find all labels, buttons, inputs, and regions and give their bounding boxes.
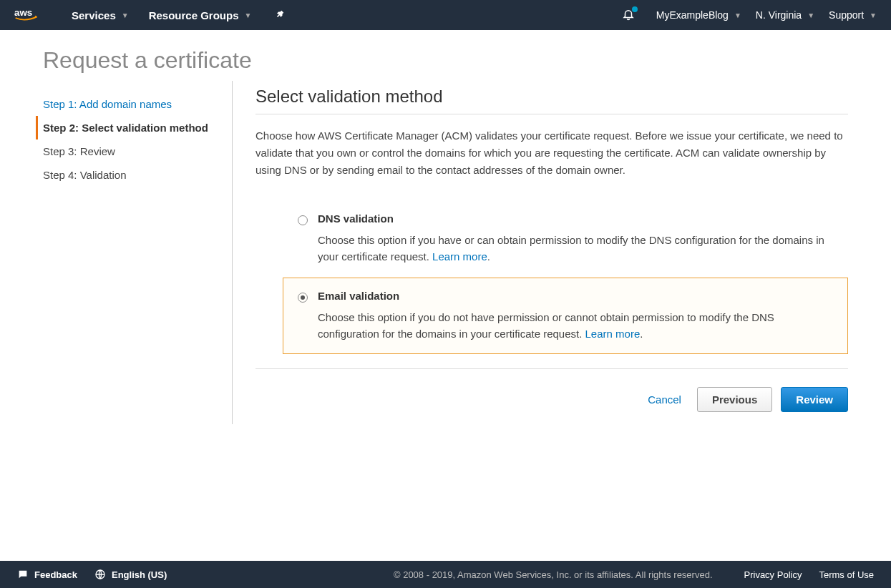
option-email-validation[interactable]: Email validation Choose this option if y… (283, 278, 848, 355)
option-dns-title: DNS validation (318, 212, 833, 225)
top-nav: aws Services ▼ Resource Groups ▼ MyExamp… (0, 0, 891, 30)
support-menu[interactable]: Support ▼ (829, 9, 877, 21)
review-button[interactable]: Review (781, 387, 848, 412)
button-row: Cancel Previous Review (255, 368, 848, 423)
support-label: Support (829, 9, 864, 21)
radio-email[interactable] (298, 293, 308, 303)
region-menu[interactable]: N. Virginia ▼ (756, 9, 814, 21)
wizard-steps: Step 1: Add domain names Step 2: Select … (43, 81, 233, 424)
section-title: Select validation method (255, 81, 848, 114)
chevron-down-icon: ▼ (734, 11, 741, 19)
option-dns-validation[interactable]: DNS validation Choose this option if you… (283, 200, 848, 278)
learn-more-link[interactable]: Learn more (585, 328, 641, 340)
aws-logo[interactable]: aws (14, 6, 50, 25)
step-4[interactable]: Step 4: Validation (36, 163, 232, 187)
notification-dot-icon (632, 6, 638, 12)
previous-button[interactable]: Previous (697, 387, 772, 412)
notifications-button[interactable] (622, 8, 635, 23)
step-2[interactable]: Step 2: Select validation method (36, 116, 232, 139)
resource-groups-label: Resource Groups (149, 9, 239, 21)
account-menu[interactable]: MyExampleBlog ▼ (656, 9, 741, 21)
section-description: Choose how AWS Certificate Manager (ACM)… (255, 114, 848, 200)
header-right: MyExampleBlog ▼ N. Virginia ▼ Support ▼ (622, 8, 877, 23)
learn-more-link[interactable]: Learn more (432, 250, 487, 263)
cancel-button[interactable]: Cancel (648, 393, 681, 406)
option-email-title: Email validation (318, 290, 833, 302)
chevron-down-icon: ▼ (245, 11, 252, 19)
main-panel: Select validation method Choose how AWS … (233, 81, 848, 424)
option-body: Email validation Choose this option if y… (318, 290, 833, 343)
option-email-desc: Choose this option if you do not have pe… (318, 309, 833, 343)
step-3[interactable]: Step 3: Review (36, 139, 232, 163)
resource-groups-menu[interactable]: Resource Groups ▼ (149, 9, 252, 21)
content: Step 1: Add domain names Step 2: Select … (0, 81, 891, 424)
step-1[interactable]: Step 1: Add domain names (36, 92, 232, 116)
services-menu[interactable]: Services ▼ (72, 9, 129, 21)
region-label: N. Virginia (756, 9, 802, 21)
services-label: Services (72, 9, 116, 21)
chevron-down-icon: ▼ (807, 11, 814, 19)
radio-dns[interactable] (298, 215, 308, 225)
page-title: Request a certificate (0, 30, 891, 81)
chevron-down-icon: ▼ (122, 11, 129, 19)
option-dns-text: Choose this option if you have or can ob… (318, 234, 824, 263)
chevron-down-icon: ▼ (870, 11, 877, 19)
option-email-text: Choose this option if you do not have pe… (318, 311, 774, 340)
pin-icon[interactable] (275, 9, 285, 21)
svg-text:aws: aws (14, 6, 32, 17)
option-dns-desc: Choose this option if you have or can ob… (318, 232, 833, 265)
option-body: DNS validation Choose this option if you… (318, 212, 833, 265)
account-label: MyExampleBlog (656, 9, 729, 21)
